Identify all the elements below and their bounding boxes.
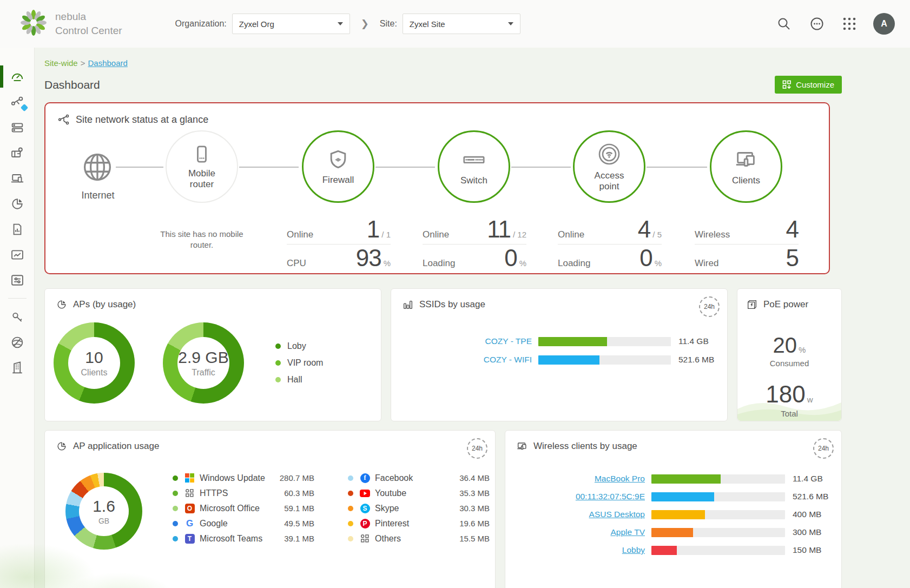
- dashboard-gauge-icon: [10, 69, 25, 84]
- access-point-label: Accesspoint: [595, 170, 624, 193]
- breadcrumb-dashboard-link[interactable]: Dashboard: [88, 58, 127, 68]
- sidebar-item-settings[interactable]: [0, 267, 35, 293]
- ssid-name-link[interactable]: COZY - TPE: [391, 336, 532, 346]
- legend-item: VIP room: [275, 358, 323, 368]
- sidebar-item-clients[interactable]: [0, 166, 35, 191]
- poe-consumed-value: 20: [773, 333, 797, 357]
- sliders-icon: [10, 273, 25, 288]
- key-icon: [10, 309, 25, 325]
- client-name-link[interactable]: ASUS Desktop: [505, 510, 645, 519]
- firewall-shield-icon: [326, 148, 350, 171]
- access-point-node[interactable]: Accesspoint: [573, 130, 645, 203]
- app-list-column: fFacebook36.4 MB Youtube35.3 MB SSkype30…: [348, 473, 490, 550]
- teams-icon: T: [184, 533, 195, 544]
- donut-unit: GB: [98, 517, 109, 525]
- site-network-status-card: Site network status at a glance Internet…: [44, 102, 830, 274]
- customize-button[interactable]: Customize: [775, 76, 842, 94]
- brand[interactable]: nebula Control Center: [19, 9, 122, 39]
- poe-total-value: 180: [766, 381, 805, 407]
- legend-label: Hall: [287, 375, 302, 385]
- usage-value: 521.6 MB: [793, 492, 828, 501]
- firewall-stats: Online1/ 1 CPU93%: [287, 216, 391, 272]
- app-row: SSkype30.3 MB: [348, 503, 490, 513]
- sidebar-item-report[interactable]: [0, 216, 35, 242]
- sidebar-item-license-key[interactable]: [0, 304, 35, 329]
- time-range-badge[interactable]: 24h: [699, 296, 720, 317]
- mobile-router-note: This site has no mobile router.: [150, 229, 253, 251]
- app-name: Pinterest: [375, 519, 459, 528]
- usage-bar-track: [651, 474, 785, 484]
- app-name: Microsoft Teams: [200, 534, 284, 544]
- access-point-icon: [596, 141, 622, 167]
- legend-dot: [275, 343, 281, 349]
- pie-chart-icon: [56, 299, 68, 310]
- sidebar-item-monitor[interactable]: [0, 242, 35, 267]
- stat-label: Loading: [423, 258, 456, 269]
- globe-help-icon: [10, 335, 25, 350]
- search-icon[interactable]: [776, 16, 792, 32]
- legend-dot: [348, 475, 353, 481]
- stat-suffix: %: [384, 259, 391, 268]
- stat-value: 93: [356, 245, 381, 271]
- switch-node[interactable]: Switch: [438, 130, 510, 203]
- clients-node[interactable]: Clients: [710, 130, 782, 203]
- avatar[interactable]: A: [873, 13, 895, 35]
- stat-label: Online: [287, 229, 313, 240]
- sidebar-item-organization[interactable]: [0, 355, 35, 380]
- link-line: [239, 167, 299, 168]
- time-range-badge[interactable]: 24h: [813, 438, 834, 459]
- sidebar-item-summary[interactable]: [0, 191, 35, 216]
- client-name-link[interactable]: 00:11:32:07:5C:9E: [505, 492, 645, 501]
- stat-value: 4: [786, 216, 799, 242]
- app-name: Youtube: [375, 488, 459, 498]
- client-name-link[interactable]: Apple TV: [505, 527, 645, 537]
- stat-value: 0: [639, 245, 652, 271]
- card-title: AP application usage: [73, 441, 159, 452]
- customize-label: Customize: [796, 80, 834, 89]
- firewall-node[interactable]: Firewall: [302, 130, 374, 203]
- mobile-router-node[interactable]: Mobilerouter: [166, 130, 238, 203]
- usage-bar-track: [651, 528, 785, 537]
- site-select[interactable]: Zyxel Site: [403, 14, 520, 34]
- mobile-router-label: Mobilerouter: [188, 168, 215, 190]
- switch-stats: Online11/ 12 Loading0%: [423, 216, 526, 272]
- stat-value: 11: [487, 216, 511, 242]
- sidebar-item-dashboard[interactable]: [0, 64, 35, 89]
- sidebar-item-map[interactable]: [0, 140, 35, 166]
- stat-value: 1: [367, 216, 379, 242]
- sidebar-item-global[interactable]: [0, 329, 35, 355]
- stat-suffix: / 5: [652, 230, 662, 239]
- ssid-name-link[interactable]: COZY - WIFI: [391, 355, 532, 365]
- client-name-link[interactable]: Lobby: [505, 545, 645, 555]
- time-range-badge[interactable]: 24h: [467, 438, 487, 459]
- building-icon: [10, 360, 25, 375]
- app-usage-donut: 1.6GB: [65, 473, 142, 550]
- sidebar-item-devices[interactable]: [0, 115, 35, 140]
- client-name-link[interactable]: MacBook Pro: [505, 474, 645, 484]
- legend-dot: [348, 506, 353, 511]
- app-row: OMicrosoft Office59.1 MB: [173, 503, 314, 513]
- app-name: Microsoft Office: [200, 504, 284, 513]
- bar-chart-icon: [402, 299, 414, 310]
- stat-label: Online: [423, 229, 449, 240]
- app-row: fFacebook36.4 MB: [348, 473, 490, 483]
- usage-bar-fill: [651, 510, 705, 519]
- clients-devices-icon: [516, 440, 528, 452]
- sidebar-item-topology[interactable]: [0, 89, 35, 115]
- chevron-down-icon: [338, 22, 343, 25]
- organization-value: Zyxel Org: [239, 19, 274, 29]
- ssid-row: COZY - WIFI 521.6 MB: [391, 355, 727, 365]
- apps-grid-icon[interactable]: [842, 16, 857, 31]
- organization-select[interactable]: Zyxel Org: [232, 14, 350, 34]
- more-options-icon[interactable]: [808, 15, 826, 32]
- legend-dot: [173, 536, 178, 541]
- poe-consumed-label: Consumed: [770, 359, 809, 368]
- card-title: APs (by usage): [73, 299, 136, 310]
- poe-total-label: Total: [781, 409, 798, 418]
- link-line: [647, 167, 707, 168]
- app-list-column: Windows Update280.7 MB HTTPS60.3 MB OMic…: [173, 473, 314, 550]
- app-grid-icon: [184, 488, 195, 498]
- brand-line1: nebula: [55, 10, 122, 24]
- donut-label: Traffic: [192, 368, 215, 378]
- breadcrumb-separator: >: [81, 58, 85, 68]
